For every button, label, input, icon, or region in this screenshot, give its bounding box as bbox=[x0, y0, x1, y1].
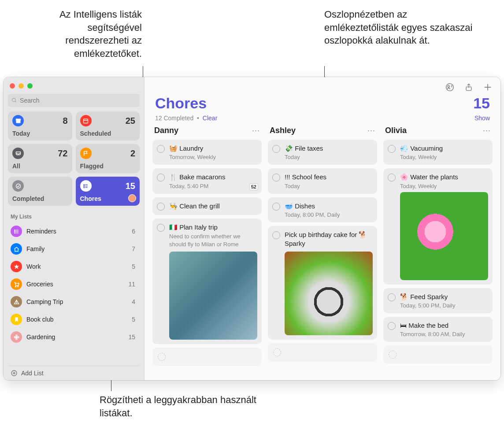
close-button[interactable] bbox=[10, 83, 15, 89]
columns-container: Danny ··· 🧺 LaundryTomorrow, Weekly 🍴 Ba… bbox=[145, 126, 500, 380]
complete-toggle[interactable] bbox=[272, 231, 280, 239]
reminder-card[interactable]: 🌸 Water the plantsToday, Weekly bbox=[383, 168, 493, 284]
svg-point-15 bbox=[14, 232, 15, 233]
svg-point-25 bbox=[17, 336, 19, 337]
complete-toggle[interactable] bbox=[157, 224, 165, 232]
smart-tile-count: 72 bbox=[58, 148, 67, 159]
reminders-window: 8 Today 25 Scheduled 72 All 2 Flagged Co… bbox=[4, 77, 500, 380]
column-more-button[interactable]: ··· bbox=[367, 126, 375, 135]
reminder-card[interactable]: 🥣 DishesToday, 8:00 PM, Daily bbox=[268, 197, 377, 222]
show-completed-button[interactable]: Show bbox=[474, 115, 490, 122]
new-reminder-placeholder[interactable] bbox=[383, 345, 493, 364]
list-title: Chores bbox=[155, 95, 207, 112]
tent-icon bbox=[11, 296, 22, 307]
reminder-card[interactable]: 💸 File taxesToday bbox=[268, 140, 377, 165]
add-reminder-icon[interactable] bbox=[483, 82, 493, 92]
my-lists: Reminders 6 Family 7 Work 5 Groceries 11… bbox=[8, 222, 140, 346]
minimize-button[interactable] bbox=[19, 83, 24, 89]
complete-toggle[interactable] bbox=[388, 293, 396, 301]
add-list-button[interactable]: Add List bbox=[8, 366, 140, 380]
svg-point-29 bbox=[446, 84, 454, 91]
smart-tile-label: Flagged bbox=[80, 163, 136, 170]
column-danny: Danny ··· 🧺 LaundryTomorrow, Weekly 🍴 Ba… bbox=[152, 126, 262, 375]
list-icon bbox=[80, 180, 92, 192]
column-title: Ashley bbox=[270, 126, 296, 135]
complete-toggle[interactable] bbox=[272, 145, 280, 153]
column-olivia: Olivia ··· 💨 VacuumingToday, Weekly 🌸 Wa… bbox=[383, 126, 493, 375]
smart-tile-scheduled[interactable]: 25 Scheduled bbox=[76, 111, 140, 141]
list-name: Camping Trip bbox=[26, 298, 63, 305]
list-name: Reminders bbox=[26, 228, 56, 235]
new-reminder-placeholder[interactable] bbox=[152, 348, 262, 366]
search-input[interactable] bbox=[20, 97, 136, 104]
my-lists-header: My Lists bbox=[8, 212, 140, 222]
reminder-card[interactable]: 🧺 LaundryTomorrow, Weekly bbox=[152, 140, 262, 165]
sidebar-list-camping-trip[interactable]: Camping Trip 4 bbox=[8, 293, 140, 311]
reminder-card[interactable]: Pick up birthday cake for 🐕 Sparky bbox=[268, 226, 377, 340]
svg-rect-4 bbox=[84, 119, 88, 123]
smart-tile-all[interactable]: 72 All bbox=[8, 144, 72, 173]
svg-point-23 bbox=[15, 338, 17, 339]
reminder-title: 💸 File taxes bbox=[285, 144, 373, 153]
smart-tile-today[interactable]: 8 Today bbox=[8, 111, 72, 141]
list-header: Chores 15 bbox=[145, 95, 500, 115]
reminder-card[interactable]: 🇮🇹 Plan Italy tripNeed to confirm whethe… bbox=[152, 218, 262, 344]
callout-smart-lists: Az Intelligens listák segítségével rends… bbox=[36, 8, 142, 60]
complete-toggle[interactable] bbox=[157, 145, 165, 153]
completed-count: 12 Completed bbox=[155, 115, 193, 122]
collaborate-icon[interactable] bbox=[445, 82, 455, 92]
complete-toggle[interactable] bbox=[272, 174, 280, 181]
complete-toggle[interactable] bbox=[272, 203, 280, 211]
svg-point-22 bbox=[15, 335, 17, 336]
reminder-title: 🌸 Water the plants bbox=[400, 173, 488, 181]
home-icon bbox=[11, 243, 22, 255]
sidebar-list-family[interactable]: Family 7 bbox=[8, 240, 140, 258]
reminder-subtitle: Today, Weekly bbox=[400, 183, 488, 189]
complete-toggle[interactable] bbox=[388, 174, 396, 181]
svg-rect-3 bbox=[16, 119, 20, 120]
reminder-card[interactable]: 👨‍🍳 Clean the grill bbox=[152, 197, 262, 215]
new-reminder-placeholder[interactable] bbox=[268, 343, 377, 362]
list-count: 15 bbox=[128, 333, 137, 341]
svg-point-30 bbox=[448, 85, 449, 87]
sidebar-list-groceries[interactable]: Groceries 11 bbox=[8, 275, 140, 293]
star-icon bbox=[11, 261, 22, 272]
complete-toggle[interactable] bbox=[388, 322, 396, 330]
reminder-card[interactable]: 🍴 Bake macaronsToday, 5:40 PM52 bbox=[152, 168, 262, 193]
smart-tile-chores[interactable]: 15 Chores bbox=[76, 177, 140, 206]
reminder-card[interactable]: 💨 VacuumingToday, Weekly bbox=[383, 140, 493, 165]
list-count: 5 bbox=[132, 263, 137, 270]
window-controls bbox=[8, 81, 140, 94]
share-icon[interactable] bbox=[464, 82, 473, 92]
complete-toggle[interactable] bbox=[388, 145, 396, 153]
smart-tile-count: 25 bbox=[126, 116, 135, 126]
smart-tile-label: Today bbox=[12, 130, 68, 137]
sidebar-list-gardening[interactable]: Gardening 15 bbox=[8, 328, 140, 346]
reminder-card[interactable]: 🐕 Feed SparkyToday, 5:00 PM, Daily bbox=[383, 288, 493, 313]
clear-completed-button[interactable]: Clear bbox=[203, 115, 217, 122]
complete-toggle[interactable] bbox=[157, 174, 165, 181]
list-name: Work bbox=[26, 263, 41, 270]
list-name: Gardening bbox=[26, 333, 55, 341]
shared-avatar bbox=[128, 194, 136, 202]
search-field[interactable] bbox=[8, 94, 140, 107]
calendar-today-icon bbox=[12, 115, 24, 126]
smart-tile-flagged[interactable]: 2 Flagged bbox=[76, 144, 140, 173]
svg-point-0 bbox=[12, 98, 16, 102]
smart-tile-completed[interactable]: Completed bbox=[8, 177, 72, 206]
sidebar-list-work[interactable]: Work 5 bbox=[8, 258, 140, 275]
flower-icon bbox=[11, 331, 22, 343]
list-count: 6 bbox=[132, 228, 137, 235]
column-more-button[interactable]: ··· bbox=[252, 126, 260, 135]
list-name: Book club bbox=[26, 316, 53, 323]
sidebar-list-book-club[interactable]: Book club 5 bbox=[8, 311, 140, 328]
smart-tile-count: 15 bbox=[126, 181, 135, 191]
maximize-button[interactable] bbox=[27, 83, 33, 89]
reminder-card[interactable]: !!! School feesToday bbox=[268, 168, 377, 193]
reminder-card[interactable]: 🛏 Make the bedTomorrow, 8:00 AM, Daily bbox=[383, 317, 493, 342]
svg-point-21 bbox=[16, 337, 17, 338]
column-more-button[interactable]: ··· bbox=[483, 126, 491, 135]
sidebar-list-reminders[interactable]: Reminders 6 bbox=[8, 222, 140, 240]
complete-toggle[interactable] bbox=[157, 203, 165, 211]
list-icon bbox=[11, 226, 22, 237]
